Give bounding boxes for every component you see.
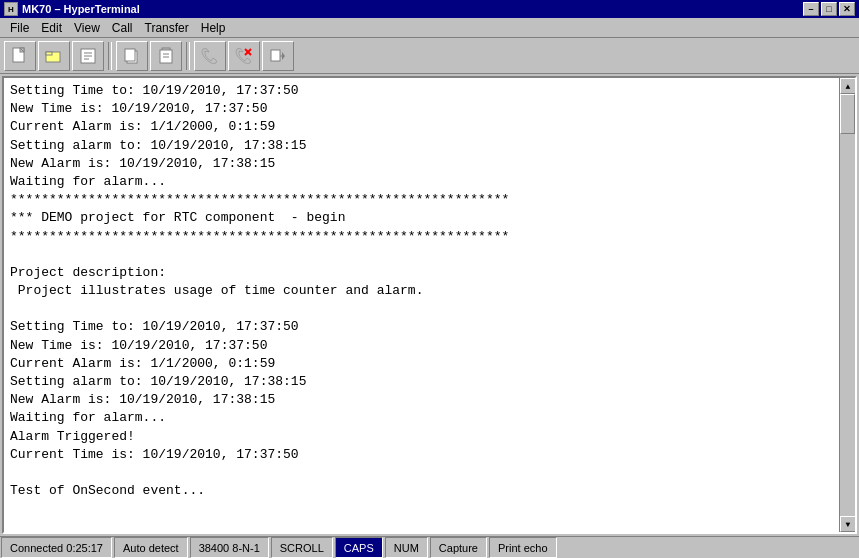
status-scroll: SCROLL bbox=[271, 537, 333, 558]
status-print-echo: Print echo bbox=[489, 537, 557, 558]
menu-transfer[interactable]: Transfer bbox=[139, 19, 195, 37]
status-caps: CAPS bbox=[335, 537, 383, 558]
restore-button[interactable]: □ bbox=[821, 2, 837, 16]
menu-edit[interactable]: Edit bbox=[35, 19, 68, 37]
main-area: Setting Time to: 10/19/2010, 17:37:50 Ne… bbox=[0, 74, 859, 536]
paste-button[interactable] bbox=[150, 41, 182, 71]
status-bar: Connected 0:25:17 Auto detect 38400 8-N-… bbox=[0, 536, 859, 558]
status-capture: Capture bbox=[430, 537, 487, 558]
scrollbar-up-button[interactable]: ▲ bbox=[840, 78, 856, 94]
minimize-button[interactable]: – bbox=[803, 2, 819, 16]
status-auto-detect: Auto detect bbox=[114, 537, 188, 558]
scrollbar-thumb[interactable] bbox=[840, 94, 855, 134]
title-bar: H MK70 – HyperTerminal – □ ✕ bbox=[0, 0, 859, 18]
menu-call[interactable]: Call bbox=[106, 19, 139, 37]
scrollbar-track[interactable] bbox=[840, 94, 855, 516]
status-baud-rate: 38400 8-N-1 bbox=[190, 537, 269, 558]
properties-button[interactable] bbox=[72, 41, 104, 71]
status-num: NUM bbox=[385, 537, 428, 558]
disconnect-button[interactable] bbox=[228, 41, 260, 71]
new-button[interactable] bbox=[4, 41, 36, 71]
close-button[interactable]: ✕ bbox=[839, 2, 855, 16]
send-file-button[interactable] bbox=[262, 41, 294, 71]
status-connected: Connected 0:25:17 bbox=[1, 537, 112, 558]
menu-file[interactable]: File bbox=[4, 19, 35, 37]
connect-button[interactable] bbox=[194, 41, 226, 71]
copy-button[interactable] bbox=[116, 41, 148, 71]
menu-view[interactable]: View bbox=[68, 19, 106, 37]
menu-bar: File Edit View Call Transfer Help bbox=[0, 18, 859, 38]
terminal-content[interactable]: Setting Time to: 10/19/2010, 17:37:50 Ne… bbox=[4, 78, 839, 532]
window-title: MK70 – HyperTerminal bbox=[22, 3, 140, 15]
menu-help[interactable]: Help bbox=[195, 19, 232, 37]
toolbar-separator-1 bbox=[108, 42, 112, 70]
open-button[interactable] bbox=[38, 41, 70, 71]
app-icon: H bbox=[4, 2, 18, 16]
svg-rect-10 bbox=[125, 49, 135, 61]
toolbar bbox=[0, 38, 859, 74]
terminal: Setting Time to: 10/19/2010, 17:37:50 Ne… bbox=[2, 76, 857, 534]
svg-rect-4 bbox=[46, 52, 52, 55]
svg-rect-17 bbox=[271, 50, 280, 61]
toolbar-separator-2 bbox=[186, 42, 190, 70]
scrollbar-down-button[interactable]: ▼ bbox=[840, 516, 856, 532]
scrollbar[interactable]: ▲ ▼ bbox=[839, 78, 855, 532]
